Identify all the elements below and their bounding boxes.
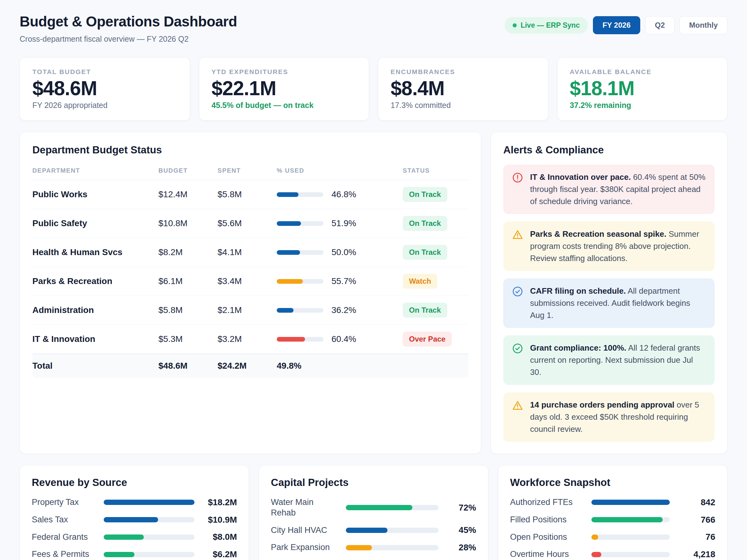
revenue-bar-fill xyxy=(104,552,134,557)
pct-used-bar-fill xyxy=(277,337,305,342)
workforce-bar-fill xyxy=(591,517,663,522)
status-badge: Over Pace xyxy=(403,331,452,347)
kpi-subtext: 45.5% of budget — on track xyxy=(212,101,357,110)
workforce-bar-track xyxy=(591,552,670,557)
pct-used-bar-fill xyxy=(277,279,303,284)
spent-value: $5.8M xyxy=(217,189,277,199)
status-cell: On Track xyxy=(403,216,468,231)
status-badge: On Track xyxy=(403,187,447,202)
revenue-source-label: Property Tax xyxy=(32,497,96,508)
kpi-value: $18.1M xyxy=(570,77,715,100)
pct-used-value: 46.8% xyxy=(332,189,356,199)
workforce-row: Authorized FTEs 842 xyxy=(510,497,715,508)
page-subtitle: Cross-department fiscal overview — FY 20… xyxy=(20,34,237,44)
status-cell: On Track xyxy=(403,187,468,202)
alert-item: IT & Innovation over pace. 60.4% spent a… xyxy=(503,165,715,214)
warning-triangle-icon xyxy=(512,229,523,240)
revenue-value: $18.2M xyxy=(203,498,237,507)
pct-used-cell: 50.0% xyxy=(277,247,403,257)
alert-text: 14 purchase orders pending approval over… xyxy=(530,399,706,435)
quarter-button[interactable]: Q2 xyxy=(645,16,674,34)
workforce-bar-track xyxy=(591,517,670,522)
pct-used-cell: 55.7% xyxy=(277,276,403,286)
fy-2026-button[interactable]: FY 2026 xyxy=(593,16,640,34)
spent-value: $5.6M xyxy=(217,218,277,229)
workforce-label: Authorized FTEs xyxy=(510,497,583,508)
status-cell: On Track xyxy=(403,303,468,318)
kpi-row: TOTAL BUDGET $48.6M FY 2026 appropriated… xyxy=(20,57,727,121)
pct-used-bar-track xyxy=(277,250,324,255)
capital-project-row: City Hall HVAC 45% xyxy=(271,525,476,536)
department-name: Parks & Recreation xyxy=(32,276,158,286)
alert-text: IT & Innovation over pace. 60.4% spent a… xyxy=(530,171,706,208)
kpi-label: AVAILABLE BALANCE xyxy=(570,68,715,76)
page-title: Budget & Operations Dashboard xyxy=(20,13,237,30)
workforce-label: Filled Positions xyxy=(510,514,583,525)
workforce-bar-fill xyxy=(591,534,598,540)
revenue-bar-track xyxy=(104,534,195,540)
pct-used-bar-fill xyxy=(277,250,300,255)
live-badge-label: Live — ERP Sync xyxy=(521,21,580,30)
pct-used-bar-track xyxy=(277,279,324,284)
project-pct: 45% xyxy=(447,525,476,535)
col-header-department: DEPARTMENT xyxy=(32,167,158,174)
pct-used-value: 51.9% xyxy=(332,218,356,229)
department-name: IT & Innovation xyxy=(32,334,158,344)
project-bar-track xyxy=(346,545,438,550)
kpi-ytd-expenditures: YTD EXPENDITURES $22.1M 45.5% of budget … xyxy=(199,57,369,121)
pct-used-value: 36.2% xyxy=(332,305,356,315)
pct-used-cell: 36.2% xyxy=(277,305,403,315)
workforce-value: 842 xyxy=(678,498,715,507)
department-budget-title: Department Budget Status xyxy=(32,144,468,156)
status-badge: On Track xyxy=(403,303,447,318)
kpi-encumbrances: ENCUMBRANCES $8.4M 17.3% committed xyxy=(378,57,548,121)
capital-projects-panel: Capital Projects Water Main Rehab 72% Ci… xyxy=(259,465,488,560)
workforce-bar-fill xyxy=(591,500,670,505)
alert-lead: IT & Innovation over pace. xyxy=(530,172,631,182)
workforce-bar-track xyxy=(591,534,670,540)
department-name: Health & Human Svcs xyxy=(32,247,158,257)
monthly-button[interactable]: Monthly xyxy=(679,16,727,34)
project-pct: 28% xyxy=(447,542,476,553)
col-header-budget: BUDGET xyxy=(158,167,217,174)
pct-used-value: 55.7% xyxy=(332,276,356,286)
revenue-row: Sales Tax $10.9M xyxy=(32,514,237,525)
workforce-bar-fill xyxy=(591,552,602,557)
bottom-row: Revenue by Source Property Tax $18.2M Sa… xyxy=(20,465,727,560)
revenue-bar-fill xyxy=(104,534,144,540)
department-name: Public Works xyxy=(32,189,158,199)
department-name: Public Safety xyxy=(32,218,158,229)
alerts-title: Alerts & Compliance xyxy=(503,144,715,156)
spent-value: $4.1M xyxy=(217,247,277,257)
kpi-label: TOTAL BUDGET xyxy=(32,68,177,76)
project-label: Water Main Rehab xyxy=(271,497,338,518)
alert-lead: Parks & Recreation seasonal spike. xyxy=(530,229,666,239)
kpi-subtext: FY 2026 appropriated xyxy=(32,101,177,110)
warning-triangle-icon xyxy=(512,400,523,411)
workforce-bar-track xyxy=(591,500,670,505)
status-badge: On Track xyxy=(403,245,447,260)
kpi-value: $48.6M xyxy=(32,77,177,100)
revenue-source-label: Federal Grants xyxy=(32,532,96,542)
revenue-bar-track xyxy=(104,517,195,522)
budget-value: $8.2M xyxy=(158,247,217,257)
alert-text: CAFR filing on schedule. All department … xyxy=(530,285,706,321)
spent-value: $2.1M xyxy=(217,305,277,315)
budget-value: $6.1M xyxy=(158,276,217,286)
alert-text: Parks & Recreation seasonal spike. Summe… xyxy=(530,228,706,264)
status-cell: Watch xyxy=(403,274,468,289)
capital-project-row: Water Main Rehab 72% xyxy=(271,497,476,518)
col-header-pct-used: % USED xyxy=(277,167,403,174)
project-pct: 72% xyxy=(447,503,476,513)
workforce-title: Workforce Snapshot xyxy=(510,477,715,488)
project-bar-track xyxy=(346,505,438,510)
spent-value: $3.2M xyxy=(217,334,277,344)
kpi-available-balance: AVAILABLE BALANCE $18.1M 37.2% remaining xyxy=(557,57,728,121)
revenue-panel: Revenue by Source Property Tax $18.2M Sa… xyxy=(20,465,249,560)
pct-used-bar-fill xyxy=(277,192,299,197)
project-bar-track xyxy=(346,528,438,533)
project-label: City Hall HVAC xyxy=(271,525,338,536)
table-row: Parks & Recreation $6.1M $3.4M 55.7% Wat… xyxy=(32,267,468,296)
revenue-title: Revenue by Source xyxy=(32,477,237,488)
department-name: Administration xyxy=(32,305,158,315)
